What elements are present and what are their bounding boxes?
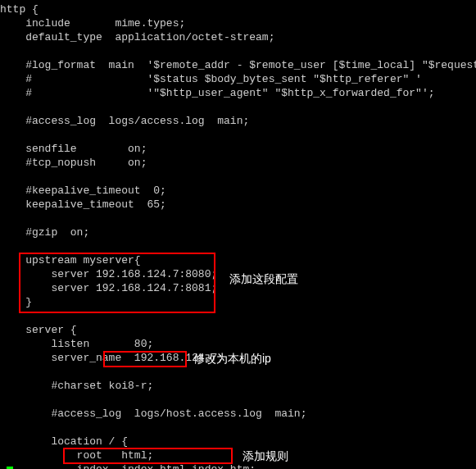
code-line: #tcp_nopush on; xyxy=(0,157,147,169)
code-line: server 192.168.124.7:8081; xyxy=(0,282,217,294)
code-line: #access_log logs/host.access.log main; xyxy=(0,408,306,420)
code-line: location / { xyxy=(0,435,128,448)
code-line: } xyxy=(0,296,32,308)
code-line: default_type application/octet-stream; xyxy=(0,31,274,43)
code-line: #access_log logs/access.log main; xyxy=(0,115,249,127)
code-line: server { xyxy=(0,324,77,336)
code-line: listen 80; xyxy=(0,338,153,350)
code-line: #log_format main '$remote_addr - $remote… xyxy=(0,59,476,71)
code-line: sendfile on; xyxy=(0,143,147,155)
code-line: #keepalive_timeout 0; xyxy=(0,184,166,197)
code-line: server 192.168.124.7:8080; xyxy=(0,268,217,280)
code-line: # '"$http_user_agent" "$http_x_forwarded… xyxy=(0,87,435,99)
code-line: index index.html index.htm; xyxy=(0,463,256,469)
code-line: upstream myserver{ xyxy=(0,254,141,266)
code-line: #gzip on; xyxy=(0,226,89,239)
code-line: server_name 192.168.124.7; xyxy=(0,352,224,364)
code-line: #charset koi8-r; xyxy=(0,380,153,392)
code-line: keepalive_timeout 65; xyxy=(0,198,166,211)
code-line: # '$status $body_bytes_sent "$http_refer… xyxy=(0,73,422,85)
config-code: http { include mime.types; default_type … xyxy=(0,0,476,469)
code-line: include mime.types; xyxy=(0,17,185,30)
code-line: http { xyxy=(0,3,39,16)
code-line: root html; xyxy=(0,449,153,462)
